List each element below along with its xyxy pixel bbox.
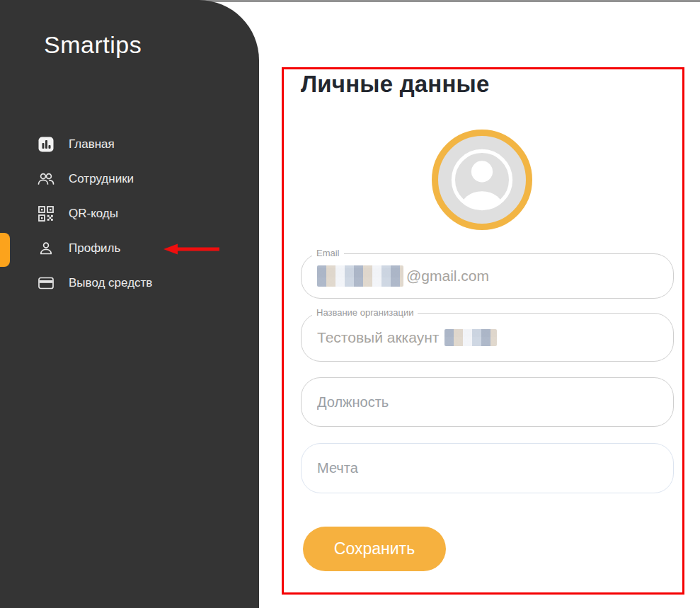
- dream-input[interactable]: [317, 460, 658, 476]
- sidebar-item-main[interactable]: Главная: [0, 127, 259, 161]
- app-logo: Smartips: [44, 31, 142, 59]
- organization-field-value: Тестовый аккаунт: [317, 329, 497, 346]
- save-button[interactable]: Сохранить: [303, 527, 446, 571]
- sidebar-item-qr-codes[interactable]: QR-коды: [0, 196, 259, 231]
- avatar[interactable]: [432, 130, 532, 230]
- page-title: Личные данные: [301, 71, 490, 98]
- sidebar-item-employees[interactable]: Сотрудники: [0, 161, 259, 196]
- redacted-organization-suffix: [444, 329, 497, 346]
- active-menu-indicator: [0, 233, 10, 267]
- sidebar-item-label: QR-коды: [69, 207, 118, 221]
- redacted-email-prefix: [317, 265, 403, 287]
- qr-code-icon: [37, 205, 55, 222]
- position-input[interactable]: [317, 394, 658, 411]
- credit-card-icon: [37, 275, 55, 292]
- people-icon: [37, 171, 55, 188]
- person-icon: [37, 240, 55, 257]
- sidebar-item-label: Профиль: [69, 241, 120, 256]
- annotation-arrow-icon: [161, 243, 221, 258]
- sidebar-item-label: Главная: [69, 137, 115, 151]
- email-field[interactable]: Email @gmail.com: [301, 253, 674, 299]
- sidebar: Smartips Главная: [0, 0, 259, 608]
- dream-field: [301, 443, 674, 493]
- avatar-person-icon: [441, 139, 523, 221]
- profile-annotation-box: Личные данные Email @gmail.com Название …: [282, 67, 684, 595]
- position-field: [301, 377, 674, 427]
- organization-field[interactable]: Название организации Тестовый аккаунт: [301, 313, 674, 362]
- organization-field-label: Название организации: [312, 307, 418, 318]
- email-field-value: @gmail.com: [317, 265, 489, 287]
- bar-chart-icon: [37, 136, 55, 153]
- sidebar-menu: Главная Сотрудники: [0, 127, 259, 300]
- email-field-label: Email: [312, 248, 344, 258]
- sidebar-item-withdraw[interactable]: Вывод средств: [0, 265, 259, 300]
- sidebar-item-label: Сотрудники: [69, 172, 134, 186]
- sidebar-item-label: Вывод средств: [69, 276, 152, 290]
